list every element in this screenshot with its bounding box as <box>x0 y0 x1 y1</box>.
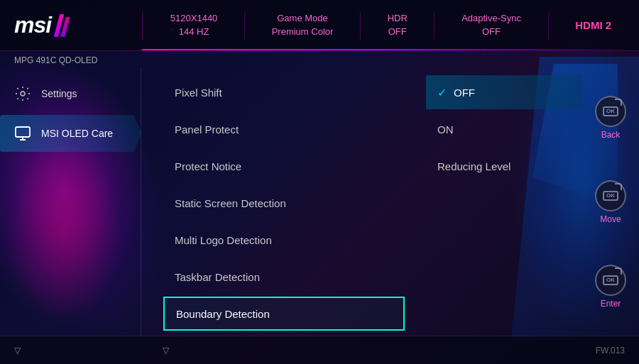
right-controls: OK Back OK Move OK Enter <box>582 68 639 336</box>
menu-item-boundary[interactable]: Boundary Detection <box>163 297 405 331</box>
monitor-icon <box>14 125 31 142</box>
value-item-off[interactable]: ✓ OFF <box>426 75 582 109</box>
nav-hdr-value: OFF <box>388 26 407 38</box>
menu-item-taskbar[interactable]: Taskbar Detection <box>163 260 405 294</box>
menu-item-protect-notice[interactable]: Protect Notice <box>163 149 405 183</box>
back-button-circle: OK <box>595 96 626 127</box>
header-logo-area: msi <box>0 12 142 38</box>
value-item-on[interactable]: ON <box>426 112 582 146</box>
menu-item-pixel-shift[interactable]: Pixel Shift <box>163 75 405 109</box>
header: msi 5120X1440 144 HZ Game Mode Premium C… <box>0 0 639 51</box>
menu-label-taskbar: Taskbar Detection <box>175 271 393 283</box>
menu-label-protect-notice: Protect Notice <box>175 160 393 172</box>
sidebar-item-oled-care[interactable]: MSI OLED Care <box>0 115 142 152</box>
nav-resolution-value: 5120X1440 <box>170 13 218 25</box>
menu-item-multi-logo[interactable]: Multi Logo Detection <box>163 223 405 257</box>
nav-hdmi[interactable]: HDMI 2 <box>575 18 611 33</box>
model-label: MPG 491C QD-OLED <box>14 55 97 65</box>
menu-item-static-screen[interactable]: Static Screen Detection <box>163 186 405 220</box>
menu-label-multi-logo: Multi Logo Detection <box>175 234 393 246</box>
nav-hdr[interactable]: HDR OFF <box>388 13 408 38</box>
nav-hz-value: 144 HZ <box>179 26 209 38</box>
value-text-on: ON <box>437 123 454 136</box>
header-divider-4 <box>434 11 435 40</box>
header-nav: 5120X1440 144 HZ Game Mode Premium Color… <box>143 11 639 40</box>
move-button-label: Move <box>600 214 621 224</box>
fw-version: FW.013 <box>596 346 625 355</box>
value-text-off: OFF <box>454 87 475 99</box>
footer-arrow-2: ▽ <box>163 346 169 355</box>
nav-game-mode[interactable]: Game Mode Premium Color <box>272 13 334 38</box>
menu-label-static-screen: Static Screen Detection <box>175 197 393 209</box>
gear-icon <box>14 85 31 102</box>
nav-adaptive-sync-value: OFF <box>482 26 501 38</box>
back-button[interactable]: OK Back <box>595 96 626 140</box>
menu-item-panel-protect[interactable]: Panel Protect <box>163 112 405 146</box>
nav-game-mode-value: Premium Color <box>272 26 334 38</box>
menu-label-boundary: Boundary Detection <box>176 308 392 320</box>
value-text-reducing: Reducing Level <box>437 160 510 172</box>
sidebar-oled-care-label: MSI OLED Care <box>41 128 113 139</box>
header-divider-5 <box>548 11 549 40</box>
enter-button[interactable]: OK Enter <box>595 265 626 309</box>
main-content: Settings MSI OLED Care Pixel Shift Panel… <box>0 68 639 336</box>
enter-button-label: Enter <box>601 299 621 309</box>
svg-point-0 <box>21 92 25 96</box>
menu-panel: Pixel Shift Panel Protect Protect Notice… <box>142 68 426 336</box>
menu-label-pixel-shift: Pixel Shift <box>175 87 393 99</box>
sidebar-settings-label: Settings <box>41 88 77 99</box>
footer-arrows: ▽ ▽ <box>14 346 169 355</box>
value-item-reducing[interactable]: Reducing Level <box>426 149 582 183</box>
enter-button-circle: OK <box>595 265 626 296</box>
enter-ok-label: OK <box>603 275 618 285</box>
move-button-circle: OK <box>595 180 626 211</box>
msi-logo: msi <box>14 12 67 38</box>
msi-logo-text: msi <box>14 12 51 38</box>
svg-rect-1 <box>16 127 30 137</box>
move-button[interactable]: OK Move <box>595 180 626 224</box>
value-panel: ✓ OFF ON Reducing Level <box>426 68 582 336</box>
sidebar-item-settings[interactable]: Settings <box>0 75 142 112</box>
move-ok-label: OK <box>603 191 618 201</box>
header-accent-line <box>142 49 639 50</box>
msi-logo-slash <box>57 14 67 37</box>
nav-hdmi-label: HDMI 2 <box>575 18 611 33</box>
footer: ▽ ▽ FW.013 <box>0 336 639 364</box>
nav-hdr-label: HDR <box>388 13 408 25</box>
nav-resolution[interactable]: 5120X1440 144 HZ <box>170 13 218 38</box>
back-ok-label: OK <box>603 106 618 116</box>
checkmark-icon: ✓ <box>437 86 447 99</box>
sidebar: Settings MSI OLED Care <box>0 68 142 336</box>
nav-adaptive-sync-label: Adaptive-Sync <box>462 13 521 25</box>
footer-arrow-1: ▽ <box>14 346 21 355</box>
header-divider-2 <box>244 11 245 40</box>
back-button-label: Back <box>601 130 621 140</box>
nav-game-mode-label: Game Mode <box>277 13 328 25</box>
header-divider-3 <box>360 11 361 40</box>
nav-adaptive-sync[interactable]: Adaptive-Sync OFF <box>462 13 521 38</box>
menu-label-panel-protect: Panel Protect <box>175 123 393 136</box>
